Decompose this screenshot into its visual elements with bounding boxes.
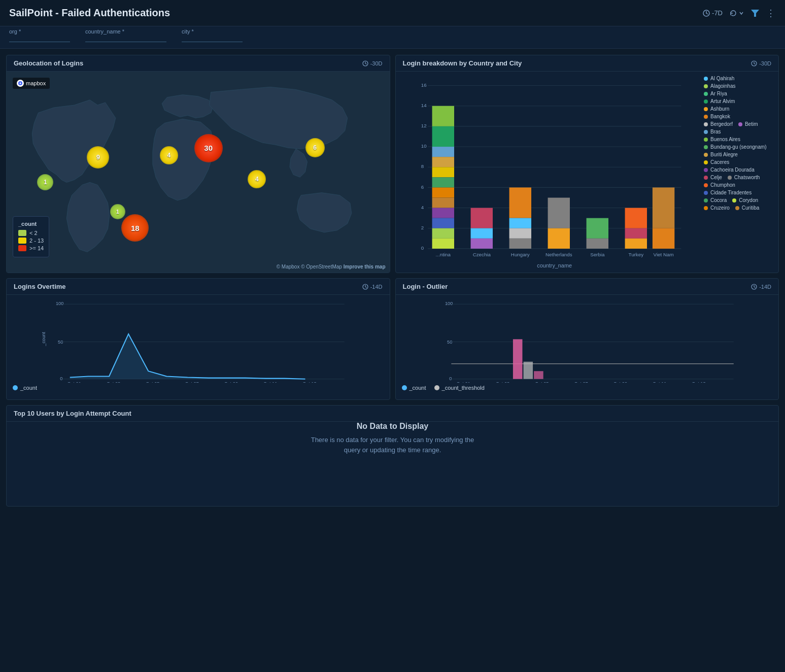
- country-name-filter: country_name *: [85, 32, 166, 42]
- dot-bergedorf: [704, 122, 708, 126]
- org-filter: org *: [9, 32, 70, 42]
- legend-threshold-outlier: _count_threshold: [434, 385, 485, 391]
- time-range-label: -7D: [712, 9, 723, 17]
- svg-rect-31: [432, 187, 454, 197]
- more-control[interactable]: ⋮: [766, 8, 776, 19]
- geolocation-panel-title: Geolocation of Logins: [14, 59, 83, 67]
- svg-rect-35: [432, 228, 454, 239]
- svg-rect-29: [432, 167, 454, 177]
- main-content: Geolocation of Logins -30D: [0, 49, 785, 513]
- svg-rect-93: [523, 362, 533, 379]
- svg-text:Serbia: Serbia: [590, 252, 605, 257]
- dot-alagoinhas: [704, 84, 708, 88]
- logins-overtime-title: Logins Overtime: [14, 283, 66, 290]
- bar-chart-container: 16 14 12 10 8 6 4: [396, 72, 779, 273]
- bar-chart-svg-area: 16 14 12 10 8 6 4: [400, 76, 698, 268]
- clock-icon-outlier: [751, 284, 757, 290]
- legend-color-low: [18, 230, 26, 236]
- svg-text:Oct 09: Oct 09: [224, 381, 238, 383]
- dot-corydon: [732, 198, 736, 203]
- map-attribution: © Mapbox © OpenStreetMap Improve this ma…: [277, 264, 386, 270]
- dot-buriti-alegre: [704, 153, 708, 157]
- legend-color-mid: [18, 238, 26, 244]
- svg-text:Oct 11: Oct 11: [653, 381, 666, 383]
- city-filter: city *: [182, 32, 243, 42]
- dot-celje: [704, 176, 708, 180]
- filters-bar: org * country_name * city *: [0, 26, 785, 49]
- svg-text:100: 100: [56, 301, 63, 306]
- login-outlier-title: Login - Outlier: [403, 283, 448, 290]
- login-outlier-header: Login - Outlier -14D: [396, 279, 779, 295]
- dot-curitiba: [735, 206, 739, 210]
- dot-artur-alvim: [704, 99, 708, 104]
- dot-buenos-aires: [704, 138, 708, 142]
- legend-city-cachoeira-dourada: Cachoeira Dourada: [704, 167, 774, 173]
- svg-text:0: 0: [449, 376, 452, 381]
- top-users-panel-header: Top 10 Users by Login Attempt Count: [7, 406, 778, 422]
- svg-text:2: 2: [421, 225, 423, 230]
- svg-rect-57: [652, 187, 674, 228]
- login-outlier-chart-container: 100 50 0 Oct 01 Oct 03 Oct 05 Oct 07 Oct…: [396, 295, 779, 399]
- no-data-container: No Data to Display There is no data for …: [7, 422, 778, 455]
- row1: Geolocation of Logins -30D: [6, 55, 779, 273]
- legend-city-artur-alvim: Artur Alvim: [704, 98, 774, 104]
- svg-rect-42: [509, 187, 531, 218]
- svg-text:Oct 01: Oct 01: [67, 381, 81, 383]
- cluster-2[interactable]: 9: [87, 146, 109, 169]
- refresh-icon: [730, 10, 737, 17]
- legend-city-ar-riya: Ar Riya: [704, 91, 774, 96]
- svg-rect-36: [432, 239, 454, 249]
- filter-control[interactable]: [751, 10, 759, 17]
- legend-dot-count-outlier: [402, 385, 407, 390]
- dot-betim: [738, 122, 742, 126]
- cluster-5[interactable]: 6: [305, 138, 325, 157]
- svg-text:Oct 01: Oct 01: [456, 381, 470, 383]
- refresh-control[interactable]: [730, 10, 744, 17]
- legend-city-cruzeiro: Cruzeiro Curitiba: [704, 205, 774, 211]
- svg-rect-51: [586, 239, 608, 249]
- logins-overtime-header: Logins Overtime -14D: [7, 279, 390, 295]
- cluster-4[interactable]: 30: [194, 134, 223, 162]
- dot-caceres: [704, 160, 708, 164]
- legend-count-outlier: _count: [402, 385, 426, 391]
- legend-city-bergedorf: Bergedorf Betim: [704, 121, 774, 127]
- login-outlier-panel: Login - Outlier -14D 100 50: [395, 278, 779, 400]
- legend-city-bangkok: Bangkok: [704, 114, 774, 119]
- map-container[interactable]: mapbox 1 9 4: [7, 72, 390, 273]
- svg-rect-38: [470, 208, 492, 228]
- chevron-down-icon: [739, 11, 744, 16]
- cluster-3[interactable]: 4: [160, 146, 178, 164]
- svg-rect-34: [432, 218, 454, 228]
- legend-item-mid: 2 - 13: [18, 238, 44, 244]
- login-outlier-svg: 100 50 0 Oct 01 Oct 03 Oct 05 Oct 07 Oct…: [402, 299, 773, 383]
- legend-dot-count: [13, 385, 18, 390]
- svg-text:Oct 13: Oct 13: [692, 381, 705, 383]
- svg-rect-47: [548, 197, 569, 228]
- legend-city-chumphon: Chumphon: [704, 182, 774, 188]
- legend-color-high: [18, 245, 26, 251]
- country-name-filter-label: country_name *: [85, 28, 124, 35]
- svg-text:Oct 03: Oct 03: [107, 381, 120, 383]
- top-users-panel-title: Top 10 Users by Login Attempt Count: [14, 410, 131, 417]
- login-outlier-body: 100 50 0 Oct 01 Oct 03 Oct 05 Oct 07 Oct…: [396, 295, 779, 399]
- time-range-control[interactable]: -7D: [703, 9, 723, 17]
- map-legend: _count < 2 2 - 13 >= 14: [13, 216, 49, 257]
- geolocation-panel-header: Geolocation of Logins -30D: [7, 55, 390, 72]
- city-filter-label: city *: [182, 28, 194, 35]
- header: SailPoint - Failed Authentications -7D ⋮: [0, 0, 785, 26]
- legend-dot-threshold: [434, 385, 439, 390]
- improve-map-link[interactable]: Improve this map: [344, 264, 386, 270]
- legend-city-alagoinhas: Alagoinhas: [704, 83, 774, 89]
- legend-city-celje: Celje Chatsworth: [704, 175, 774, 180]
- dot-bangkok: [704, 115, 708, 119]
- cluster-6[interactable]: 1: [110, 204, 125, 219]
- clock-icon-small: [362, 60, 368, 66]
- more-icon: ⋮: [766, 8, 776, 19]
- legend-city-ashburn: Ashburn: [704, 106, 774, 112]
- legend-city-caceres: Caceres: [704, 159, 774, 165]
- legend-city-bras: Bras: [704, 129, 774, 135]
- svg-text:Hungary: Hungary: [510, 252, 529, 257]
- legend-city-buriti-alegre: Buriti Alegre: [704, 152, 774, 157]
- logins-overtime-chart-container: 100 50 0 _count Oct 01 Oct 03 Oct 05 Oct…: [7, 295, 390, 399]
- svg-text:_count: _count: [41, 332, 46, 347]
